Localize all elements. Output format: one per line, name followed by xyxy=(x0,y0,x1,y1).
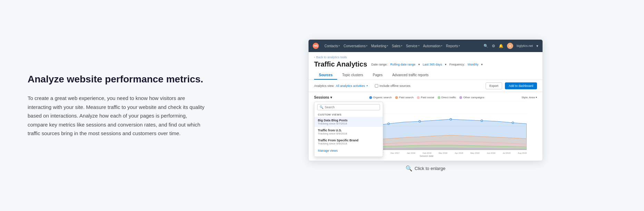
x-label-11: Jul 2018 xyxy=(502,152,510,154)
page-title: Traffic Analytics xyxy=(314,60,367,68)
dropdown-item-traffic-us[interactable]: Traffic from U.S. Tracking since 8/9/201… xyxy=(314,127,383,137)
chart-container: Sessions ▾ Organic search Paid search xyxy=(309,92,543,161)
toolbar-right: Export Add to dashboard xyxy=(486,82,537,89)
nav-items: Contacts ▾ Conversations ▾ Marketing ▾ S… xyxy=(324,44,478,48)
data-point xyxy=(419,121,421,122)
search-box[interactable]: 🔍 xyxy=(317,104,380,110)
main-heading: Analyze website performance metrics. xyxy=(28,73,207,86)
x-label-4: Dec 2017 xyxy=(391,152,400,154)
page-title-row: Traffic Analytics Date range: Rolling da… xyxy=(314,60,537,68)
last-365-days-link[interactable]: Last 365 days xyxy=(423,63,442,66)
freq-arrow: ▾ xyxy=(481,63,483,66)
chart-legend: Organic search Paid search Paid social xyxy=(369,96,485,99)
chevron-down-icon: ▾ xyxy=(401,44,402,47)
legend-other-dot xyxy=(459,96,462,99)
analytics-view-link[interactable]: All analytics activities xyxy=(336,84,365,88)
settings-icon[interactable]: ⚙ xyxy=(492,44,495,48)
hs-logo-text: HS xyxy=(314,44,318,48)
hubspot-logo: HS xyxy=(313,43,319,49)
browser-mockup: HS Contacts ▾ Conversations ▾ Marketing … xyxy=(308,39,543,161)
search-icon[interactable]: 🔍 xyxy=(484,44,488,48)
chevron-down-icon: ▾ xyxy=(441,44,442,47)
x-label-9: May 2018 xyxy=(470,152,479,154)
page-container: Analyze website performance metrics. To … xyxy=(0,0,644,211)
data-point xyxy=(450,119,452,120)
legend-direct-dot xyxy=(438,96,440,99)
data-point xyxy=(388,123,390,125)
nav-service[interactable]: Service ▾ xyxy=(406,44,419,48)
chevron-down-icon: ▾ xyxy=(387,44,388,47)
page-header: ‹ Back to analytics tools Traffic Analyt… xyxy=(309,52,543,80)
manage-views-link[interactable]: Manage views xyxy=(314,147,383,154)
include-offline-checkbox[interactable] xyxy=(375,84,378,88)
rolling-date-range-link[interactable]: Rolling date range xyxy=(390,63,416,66)
include-offline: Include offline sources xyxy=(375,84,410,88)
chevron-down-icon: ▾ xyxy=(459,44,460,47)
nav-reports[interactable]: Reports ▾ xyxy=(446,44,460,48)
enlarge-section[interactable]: 🔍 Click to enlarge xyxy=(406,165,446,172)
legend-direct: Direct traffic xyxy=(438,96,456,99)
chart-header: Sessions ▾ Organic search Paid search xyxy=(314,96,537,99)
hubspot-nav: HS Contacts ▾ Conversations ▾ Marketing … xyxy=(309,40,543,52)
nav-username[interactable]: biglytics.net xyxy=(517,44,533,48)
toolbar: Analytics view: All analytics activities… xyxy=(309,80,543,92)
date-range-arrow: ▾ xyxy=(418,63,420,66)
date-controls: Date range: Rolling date range ▾ Last 36… xyxy=(371,63,483,66)
analytics-view-label: Analytics view: xyxy=(314,84,334,88)
export-button[interactable]: Export xyxy=(486,82,502,89)
data-point xyxy=(481,120,483,122)
chevron-down-icon: ▾ xyxy=(366,44,368,47)
search-input[interactable] xyxy=(325,106,378,109)
data-point xyxy=(512,122,514,124)
back-link[interactable]: ‹ Back to analytics tools xyxy=(314,56,537,59)
frequency-link[interactable]: Monthly xyxy=(468,63,479,66)
bell-icon[interactable]: 🔔 xyxy=(499,44,504,48)
avatar[interactable]: B xyxy=(507,43,513,49)
analytics-view-arrow: ▾ xyxy=(367,84,368,87)
left-content: Analyze website performance metrics. To … xyxy=(28,66,207,145)
tab-topic-clusters[interactable]: Topic clusters xyxy=(337,71,368,80)
dropdown-item-big-data[interactable]: Big Data Blog Posts Tracking since 8/7/2… xyxy=(314,117,383,127)
legend-organic: Organic search xyxy=(369,96,392,99)
x-label-12: Aug 2018 xyxy=(518,152,527,154)
nav-contacts[interactable]: Contacts ▾ xyxy=(324,44,340,48)
legend-paid-social: Paid social xyxy=(417,96,434,99)
tabs-row: Sources Topic clusters Pages Advanced tr… xyxy=(314,71,537,80)
x-label-8: Apr 2018 xyxy=(455,152,463,154)
legend-paid-search: Paid search xyxy=(395,96,413,99)
tab-sources[interactable]: Sources xyxy=(314,71,337,80)
chevron-down-icon: ▾ xyxy=(536,44,538,48)
enlarge-text: Click to enlarge xyxy=(414,166,446,171)
custom-views-dropdown: 🔍 Custom views Big Data Blog Posts Track… xyxy=(314,102,383,157)
x-label-10: Jun 2018 xyxy=(487,152,496,154)
chevron-down-icon: ▾ xyxy=(339,44,340,47)
style-arrow-icon: ▾ xyxy=(536,96,537,99)
add-dashboard-button[interactable]: Add to dashboard xyxy=(505,82,537,89)
chevron-down-icon: ▾ xyxy=(330,96,332,99)
custom-views-label: Custom views xyxy=(314,112,383,117)
back-arrow-icon: ‹ xyxy=(314,56,315,59)
nav-automation[interactable]: Automation ▾ xyxy=(423,44,443,48)
legend-organic-dot xyxy=(369,96,372,99)
style-control[interactable]: Style: Area ▾ xyxy=(521,96,537,99)
nav-conversations[interactable]: Conversations ▾ xyxy=(343,44,368,48)
chevron-down-icon: ▾ xyxy=(418,44,420,47)
legend-paid-search-dot xyxy=(395,96,398,99)
magnify-icon: 🔍 xyxy=(406,165,412,172)
legend-other: Other campaigns xyxy=(459,96,484,99)
search-icon: 🔍 xyxy=(320,106,323,109)
nav-marketing[interactable]: Marketing ▾ xyxy=(371,44,388,48)
legend-paid-social-dot xyxy=(417,96,420,99)
right-content: HS Contacts ▾ Conversations ▾ Marketing … xyxy=(235,39,616,172)
nav-sales[interactable]: Sales ▾ xyxy=(392,44,402,48)
sessions-dropdown[interactable]: Sessions ▾ xyxy=(314,96,332,99)
nav-icons: 🔍 ⚙ 🔔 B biglytics.net ▾ xyxy=(484,43,538,49)
x-label-6: Feb 2018 xyxy=(423,152,431,154)
period-arrow: ▾ xyxy=(445,63,447,66)
tab-pages[interactable]: Pages xyxy=(368,71,387,80)
x-label-5: Jan 2018 xyxy=(407,152,416,154)
tab-advanced-traffic[interactable]: Advanced traffic reports xyxy=(387,71,433,80)
x-label-7: Mar 2018 xyxy=(439,152,447,154)
body-text: To create a great web experience, you ne… xyxy=(28,94,207,138)
dropdown-item-traffic-brand[interactable]: Traffic From Specific Brand Tracking sin… xyxy=(314,137,383,147)
